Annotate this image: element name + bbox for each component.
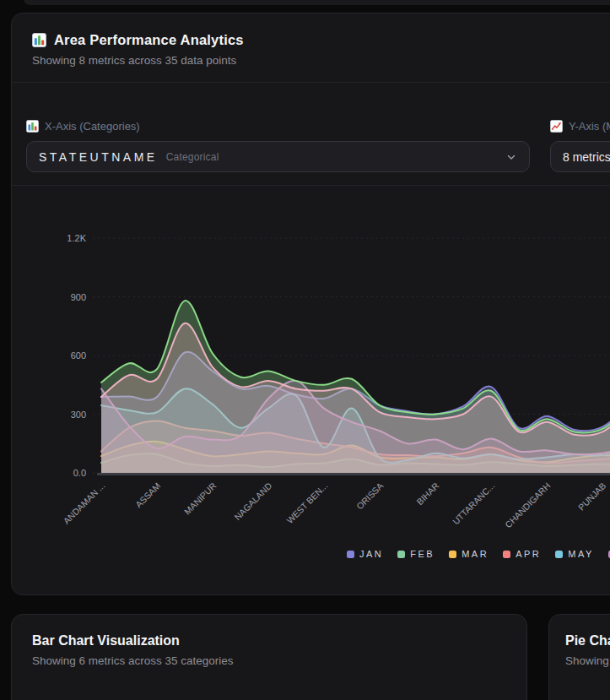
svg-text:1.2K: 1.2K (67, 233, 86, 243)
x-axis-select[interactable]: STATEUTNAME Categorical (26, 141, 530, 172)
svg-text:600: 600 (71, 350, 86, 361)
y-axis-label: Y-Axis (M (569, 120, 610, 133)
svg-text:300: 300 (71, 410, 86, 420)
chart-increasing-emoji-icon (550, 120, 563, 133)
legend-item: MAR (449, 549, 489, 559)
card-header: Area Performance Analytics Showing 8 met… (12, 14, 610, 83)
pie-card-subtitle: Showing (565, 654, 610, 667)
legend-swatch-icon (397, 551, 405, 558)
legend-item: MAY (555, 549, 594, 559)
legend-swatch-icon (555, 551, 563, 558)
svg-text:ANDAMAN ...: ANDAMAN ... (62, 480, 107, 526)
svg-text:MANIPUR: MANIPUR (182, 480, 219, 517)
bar-chart-emoji-icon (26, 120, 39, 133)
svg-text:PUNJAB: PUNJAB (576, 480, 608, 513)
y-axis-selected-value: 8 metrics (563, 150, 610, 164)
svg-text:900: 900 (71, 292, 86, 302)
x-axis-selected-value: STATEUTNAME (39, 150, 158, 164)
y-axis-control: Y-Axis (M 8 metrics (550, 120, 610, 172)
legend-item: FEB (397, 549, 435, 559)
chevron-down-icon (505, 151, 517, 163)
svg-text:WEST BEN...: WEST BEN... (284, 480, 329, 525)
collapsed-panel-edge (24, 0, 610, 5)
legend-swatch-icon (347, 551, 354, 558)
svg-text:CHANDIGARH: CHANDIGARH (503, 480, 552, 529)
svg-text:ORISSA: ORISSA (354, 480, 386, 512)
legend-label: MAR (462, 549, 489, 559)
page-title: Area Performance Analytics (54, 32, 244, 48)
legend-item: APR (503, 549, 541, 559)
legend-label: MAY (568, 549, 594, 559)
area-chart[interactable]: 0.03006009001.2KANDAMAN ...ASSAMMANIPURN… (12, 194, 610, 549)
svg-text:BIHAR: BIHAR (414, 480, 440, 507)
legend-label: FEB (410, 549, 435, 559)
x-axis-type-badge: Categorical (166, 151, 219, 163)
y-axis-metrics-button[interactable]: 8 metrics (550, 141, 610, 172)
legend-swatch-icon (449, 551, 456, 558)
x-axis-label: X-Axis (Categories) (45, 120, 140, 133)
svg-text:UTTARANC...: UTTARANC... (451, 480, 497, 527)
area-chart-region[interactable]: 0.03006009001.2KANDAMAN ...ASSAMMANIPURN… (12, 186, 610, 583)
chart-legend: JANFEBMARAPRMAYJUNJULAUG (347, 549, 610, 559)
x-axis-control: X-Axis (Categories) STATEUTNAME Categori… (26, 120, 530, 172)
pie-chart-card: Pie Cha Showing (548, 614, 610, 700)
svg-text:NAGALAND: NAGALAND (232, 480, 274, 523)
page-subtitle: Showing 8 metrics across 35 data points (32, 54, 610, 67)
legend-label: APR (516, 549, 541, 559)
legend-swatch-icon (503, 551, 510, 558)
bar-card-title: Bar Chart Visualization (32, 633, 506, 648)
legend-label: JAN (359, 549, 383, 559)
bar-chart-card: Bar Chart Visualization Showing 6 metric… (11, 614, 527, 700)
pie-card-title: Pie Cha (565, 633, 610, 648)
legend-item: JAN (347, 549, 383, 559)
svg-text:ASSAM: ASSAM (133, 480, 162, 509)
svg-text:0.0: 0.0 (73, 468, 86, 478)
bar-card-subtitle: Showing 6 metrics across 35 categories (32, 654, 506, 667)
axis-controls: X-Axis (Categories) STATEUTNAME Categori… (12, 83, 610, 186)
area-analytics-card: Area Performance Analytics Showing 8 met… (11, 13, 610, 595)
bar-chart-emoji-icon (32, 33, 46, 47)
